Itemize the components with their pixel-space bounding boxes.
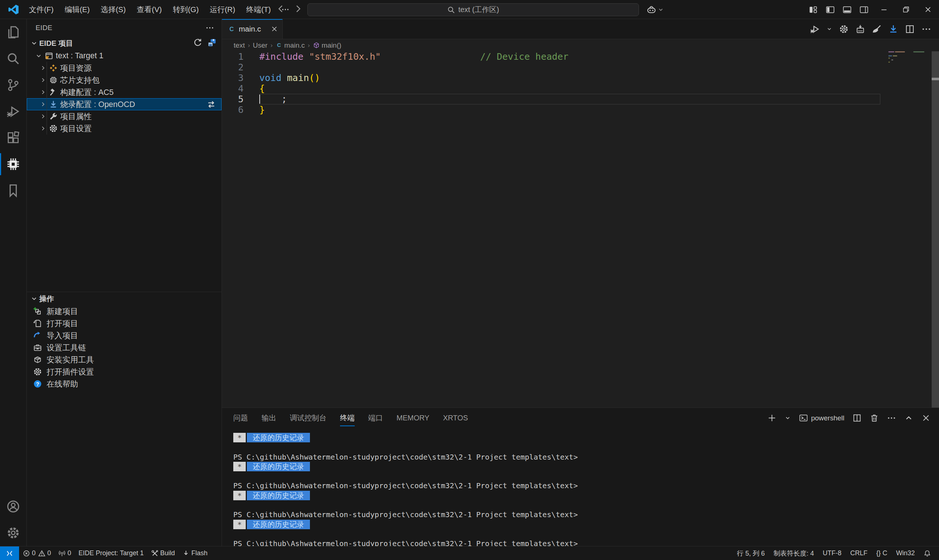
action-item-1[interactable]: 打开项目: [27, 317, 222, 329]
action-item-3[interactable]: 设置工具链: [27, 342, 222, 354]
terminal-line: PS C:\github\Ashwatermelon-studyproject\…: [233, 452, 939, 462]
section-header-actions[interactable]: 操作: [27, 292, 222, 305]
command-center[interactable]: text (工作区): [307, 3, 639, 16]
activity-item-accounts[interactable]: [0, 493, 26, 520]
status-notifications[interactable]: [919, 546, 935, 560]
new-terminal-button[interactable]: [765, 411, 779, 426]
tree-item-1[interactable]: 项目资源: [27, 62, 222, 74]
history-back-button[interactable]: [276, 4, 285, 15]
refresh-button[interactable]: [193, 38, 202, 49]
tree-item-0[interactable]: text : Target 1: [27, 50, 222, 62]
status-platform[interactable]: Win32: [892, 546, 919, 560]
status-encoding[interactable]: UTF-8: [818, 546, 846, 560]
terminal-output[interactable]: *还原的历史记录 PS C:\github\Ashwatermelon-stud…: [222, 428, 939, 546]
status-cursor-position[interactable]: 行 5, 列 6: [732, 546, 769, 560]
status-eol[interactable]: CRLF: [846, 546, 872, 560]
minimize-button[interactable]: [873, 0, 895, 19]
menu-item-1[interactable]: 编辑(E): [59, 3, 95, 16]
menu-item-5[interactable]: 运行(R): [204, 3, 241, 16]
activity-item-manage[interactable]: [0, 520, 26, 546]
panel-tab-终端[interactable]: 终端: [340, 408, 355, 428]
panel-tab-端口[interactable]: 端口: [368, 408, 383, 428]
breadcrumb-label: User: [253, 42, 267, 49]
maximize-panel-button[interactable]: [902, 411, 916, 426]
more-actions-button[interactable]: [918, 19, 934, 39]
tree-item-5[interactable]: 项目属性: [27, 110, 222, 122]
activity-item-run-debug[interactable]: [0, 98, 26, 125]
toggle-panel-button[interactable]: [839, 0, 856, 19]
breadcrumb-item-3[interactable]: main(): [313, 42, 341, 49]
sidebar-more-icon[interactable]: [205, 23, 214, 32]
tree-item-4[interactable]: 烧录配置 : OpenOCD: [27, 98, 222, 110]
action-item-4[interactable]: 安装实用工具: [27, 354, 222, 366]
close-panel-button[interactable]: [919, 411, 933, 426]
menu-item-3[interactable]: 查看(V): [131, 3, 167, 16]
terminal-profile-dropdown-button[interactable]: [782, 411, 793, 426]
toggle-primary-sidebar-button[interactable]: [822, 0, 839, 19]
status-indentation[interactable]: 制表符长度: 4: [769, 546, 818, 560]
panel-tab-问题[interactable]: 问题: [233, 408, 248, 428]
clean-button[interactable]: [868, 19, 885, 39]
breadcrumb-item-1[interactable]: User: [253, 42, 267, 49]
status-language-mode[interactable]: {} C: [872, 546, 892, 560]
customize-layout-button[interactable]: [805, 0, 822, 19]
panel-more-button[interactable]: [884, 411, 899, 426]
status-remote-indicator[interactable]: [0, 546, 19, 560]
minimap[interactable]: [888, 51, 932, 132]
svg-text:C: C: [277, 42, 281, 48]
split-terminal-button[interactable]: [850, 411, 864, 426]
section-header-eide-project[interactable]: EIDE 项目: [27, 37, 222, 50]
menu-item-0[interactable]: 文件(F): [23, 3, 59, 16]
activity-item-explorer[interactable]: [0, 19, 26, 45]
breadcrumb-item-2[interactable]: Cmain.c: [276, 42, 305, 49]
status-eide-project[interactable]: EIDE Project: Target 1: [75, 546, 148, 560]
history-forward-button[interactable]: [293, 4, 303, 15]
panel-tab-XRTOS[interactable]: XRTOS: [443, 408, 468, 428]
activity-item-source-control[interactable]: [0, 72, 26, 98]
menu-item-4[interactable]: 转到(G): [167, 3, 204, 16]
status-problems[interactable]: 00: [19, 546, 55, 560]
status-serial-ports[interactable]: 0: [55, 546, 75, 560]
restore-button[interactable]: [895, 0, 917, 19]
settings-button[interactable]: [836, 19, 852, 39]
panel-tab-MEMORY[interactable]: MEMORY: [396, 408, 430, 428]
action-item-6[interactable]: ?在线帮助: [27, 378, 222, 390]
activity-item-extensions[interactable]: [0, 125, 26, 151]
panel-tab-输出[interactable]: 输出: [262, 408, 276, 428]
chevron-right-icon: [40, 125, 46, 132]
close-window-button[interactable]: [917, 0, 939, 19]
close-icon[interactable]: [271, 25, 278, 32]
build-button[interactable]: [852, 19, 868, 39]
vertical-scrollbar[interactable]: [932, 51, 939, 408]
terminal-shell-button[interactable]: powershell: [796, 411, 847, 426]
copilot-menu[interactable]: [647, 3, 664, 16]
code-editor[interactable]: 1#include "stm32f10x.h" // Device header…: [222, 51, 939, 408]
activity-item-search[interactable]: [0, 45, 26, 72]
terminal-line: PS C:\github\Ashwatermelon-studyproject\…: [233, 481, 939, 490]
tree-item-2[interactable]: 芯片支持包: [27, 74, 222, 86]
status-flash[interactable]: Flash: [179, 546, 211, 560]
breadcrumb-item-0[interactable]: text: [234, 42, 245, 49]
action-item-5[interactable]: 打开插件设置: [27, 366, 222, 378]
tree-item-3[interactable]: 构建配置 : AC5: [27, 86, 222, 98]
action-item-2[interactable]: 导入项目: [27, 329, 222, 342]
menu-item-2[interactable]: 选择(S): [96, 3, 131, 16]
kill-terminal-button[interactable]: [867, 411, 881, 426]
workspace-config-button[interactable]: [207, 38, 216, 49]
activity-item-eide[interactable]: [0, 151, 26, 177]
debug-run-button[interactable]: [806, 19, 823, 39]
debug-run-dropdown-button[interactable]: [823, 19, 836, 39]
flash-download-button[interactable]: [885, 19, 902, 39]
svg-text:?: ?: [36, 381, 39, 387]
action-item-0[interactable]: 新建项目: [27, 305, 222, 317]
tree-item-6[interactable]: 项目设置: [27, 122, 222, 134]
menu-item-6[interactable]: 终端(T): [241, 3, 276, 16]
panel-tab-调试控制台[interactable]: 调试控制台: [290, 408, 327, 428]
toggle-secondary-sidebar-button[interactable]: [856, 0, 872, 19]
resources-icon: [49, 63, 58, 72]
tab-main-c[interactable]: C main.c: [222, 19, 283, 39]
status-build[interactable]: Build: [148, 546, 179, 560]
trash-icon: [870, 414, 879, 423]
activity-item-bookmarks[interactable]: [0, 177, 26, 204]
split-editor-button[interactable]: [902, 19, 918, 39]
